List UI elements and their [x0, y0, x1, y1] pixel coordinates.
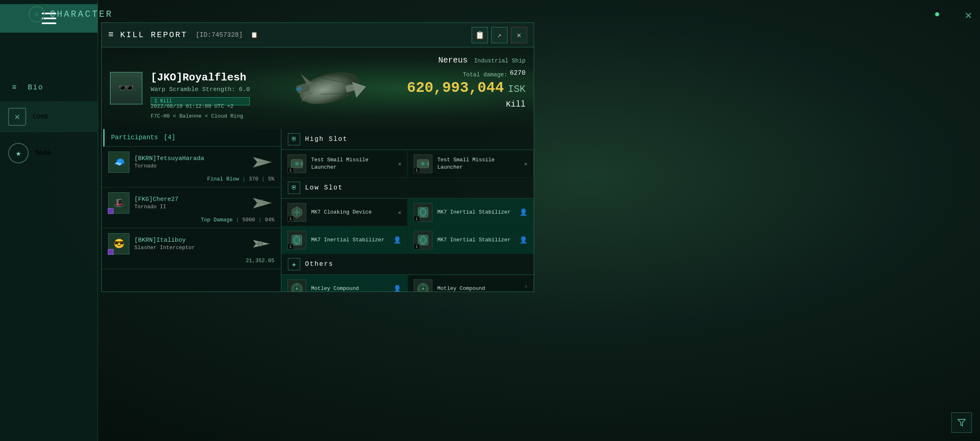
filter-icon [957, 418, 967, 428]
isk-label: ISK [508, 84, 526, 95]
sidebar-item-combat[interactable]: ✕ Comb [0, 101, 98, 132]
app-title: CHARACTER [50, 9, 113, 20]
participant-ship-1: Tornado [134, 163, 204, 169]
sidebar-navigation: ≡ Bio ✕ Comb ★ Meda [0, 74, 98, 170]
eq-close-low-1[interactable]: ✕ [398, 209, 401, 216]
equipment-panel: ⛨ High Slot 1 Test Small Missile Launch [281, 129, 534, 292]
svg-rect-20 [301, 162, 303, 165]
participant-details-3: [BKRN]Italiboy Slasher Interceptor [134, 237, 195, 251]
svg-point-37 [421, 238, 425, 243]
participant-ship-2: Tornado II [134, 204, 178, 210]
eq-name-low-1: MK7 Cloaking Device [311, 209, 393, 216]
eq-item-low-2[interactable]: 1 MK7 Inertial Stabilizer 👤 [408, 198, 534, 226]
eq-name-low-4: MK7 Inertial Stabilizer [437, 236, 514, 244]
sidebar-item-bio[interactable]: ≡ Bio [0, 74, 98, 101]
participant-item-3[interactable]: 😎 [BKRN]Italiboy Slasher Interceptor [102, 228, 281, 269]
participant-name-3: [BKRN]Italiboy [134, 237, 195, 244]
eq-close-high-1[interactable]: ✕ [398, 160, 401, 167]
corp-badge-3 [108, 249, 114, 255]
svg-point-23 [421, 162, 425, 165]
participant-list: 🧢 [BKRN]TetsuyaHarada Tornado [102, 147, 281, 292]
high-slot-icon: ⛨ [288, 133, 300, 145]
victim-info: [JKO]Royalflesh Warp Scramble Strength: … [151, 71, 250, 105]
total-damage-label: Total damage: [463, 71, 507, 78]
eq-icon-others-2: 1 [414, 279, 432, 292]
eq-icon-others-1: 1 [287, 279, 306, 292]
participant-percent-1: 5% [268, 176, 274, 182]
eq-item-others-2[interactable]: 1 Motley Compound [408, 275, 534, 292]
eq-icon-high-2: 1 [414, 154, 432, 173]
participants-panel: Participants [4] 🧢 [BKRN]TetsuyaHarada T… [102, 129, 281, 292]
participant-damage-2: 5900 [243, 217, 255, 223]
eq-name-others-2: Motley Compound [437, 285, 528, 292]
character-icon: ⊕ [29, 6, 45, 22]
modal-title: KILL REPORT [120, 30, 187, 40]
eq-person-low-3: 👤 [393, 236, 401, 244]
total-damage-value: 6270 [510, 69, 526, 77]
participant-bottom-1: Final Blow | 370 | 5% [108, 176, 274, 182]
high-slot-title: High Slot [305, 136, 347, 143]
low-slot-header: ⛨ Low Slot [281, 178, 534, 198]
svg-point-34 [295, 238, 298, 243]
medal-icon: ★ [8, 143, 29, 163]
eq-person-low-2: 👤 [519, 208, 528, 216]
eq-close-high-2[interactable]: ✕ [524, 160, 528, 167]
eq-item-high-1[interactable]: 1 Test Small Missile Launcher ✕ [281, 150, 408, 178]
copy-button[interactable]: 📋 [472, 27, 488, 43]
kill-location: F7C-H0 < Balenne < Cloud Ring [151, 111, 243, 121]
sidebar-item-combat-label: Comb [33, 113, 48, 120]
low-slot-title: Low Slot [305, 184, 343, 192]
eq-icon-low-3: 1 [287, 231, 306, 249]
svg-point-45 [422, 287, 424, 290]
corp-badge-2 [108, 208, 114, 214]
svg-point-31 [421, 210, 425, 215]
eq-person-low-4: 👤 [519, 236, 528, 244]
kill-date: 2022/08/10 01:12:00 UTC +2 [151, 102, 243, 111]
copy-id-icon[interactable]: 📋 [251, 31, 258, 38]
eq-name-others-1: Motley Compound [311, 285, 388, 292]
eq-item-high-2[interactable]: 1 Test Small Missile Launcher ✕ [408, 150, 534, 178]
app-close-button[interactable]: ✕ [965, 8, 972, 22]
svg-rect-24 [427, 162, 429, 165]
victim-avatar: 🕶️ [110, 72, 143, 105]
eq-item-low-1[interactable]: 1 MK7 Cloaking Device ✕ [281, 198, 408, 226]
eq-icon-low-1: 1 [287, 203, 306, 222]
ship-display [281, 51, 395, 125]
filter-button[interactable] [951, 412, 972, 433]
bio-icon: ≡ [8, 81, 21, 94]
isk-value: 620,993,044 [407, 80, 504, 96]
participant-item[interactable]: 🧢 [BKRN]TetsuyaHarada Tornado [102, 147, 281, 187]
export-button[interactable]: ↗ [491, 27, 508, 43]
eq-name-low-2: MK7 Inertial Stabilizer [437, 209, 514, 216]
eq-item-low-4[interactable]: 1 MK7 Inertial Stabilizer 👤 [408, 226, 534, 254]
participant-role-1: Final Blow [207, 176, 239, 182]
participant-percent-2: 94% [265, 217, 274, 223]
low-slot-icon: ⛨ [288, 182, 300, 194]
participants-title: Participants [4] [103, 129, 281, 147]
sidebar-item-medals[interactable]: ★ Meda [0, 136, 98, 170]
modal-actions: 📋 ↗ ✕ [472, 27, 527, 43]
others-header: ◈ Others [281, 254, 534, 275]
eq-item-low-3[interactable]: 1 MK7 Inertial Stabilizer 👤 [281, 226, 408, 254]
sidebar-item-bio-label: Bio [28, 83, 43, 91]
participant-damage-3: 21,352.05 [246, 258, 274, 264]
close-modal-button[interactable]: ✕ [511, 27, 527, 43]
participant-item-2[interactable]: 🎩 [FKG]Chere27 Tornado II [102, 187, 281, 228]
date-location: 2022/08/10 01:12:00 UTC +2 F7C-H0 < Bale… [151, 102, 243, 121]
participant-avatar-3: 😎 [108, 233, 129, 254]
high-slot-items: 1 Test Small Missile Launcher ✕ 1 [281, 150, 534, 178]
eq-item-others-1[interactable]: 1 Motley Compound 👤 [281, 275, 408, 292]
others-icon: ◈ [288, 258, 300, 270]
sidebar: ⊕ CHARACTER ≡ Bio ✕ Comb ★ Meda [0, 0, 98, 441]
connection-status-dot [935, 12, 939, 16]
modal-menu-icon[interactable]: ≡ [108, 30, 114, 40]
participant-top-1: 🧢 [BKRN]TetsuyaHarada Tornado [108, 151, 274, 173]
participant-ship-icon-3 [250, 236, 274, 252]
participant-details-2: [FKG]Chere27 Tornado II [134, 196, 178, 210]
participant-ship-3: Slasher Interceptor [134, 245, 195, 251]
character-header: ⊕ CHARACTER [29, 6, 113, 22]
modal-id: [ID:7457328] [196, 31, 243, 39]
participant-bottom-2: Top Damage | 5900 | 94% [108, 217, 274, 223]
scroll-right-button[interactable]: › [524, 283, 528, 290]
participant-avatar-1: 🧢 [108, 151, 129, 173]
